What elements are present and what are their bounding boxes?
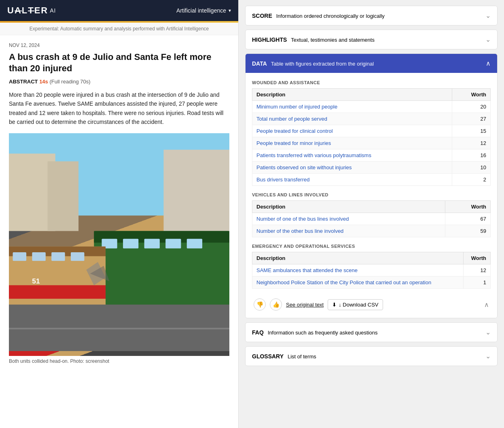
highlights-label: HIGHLIGHTS bbox=[252, 36, 287, 43]
score-accordion-header[interactable]: SCORE Information ordered chronologicall… bbox=[246, 6, 497, 25]
table-cell-description: People treated for clinical control bbox=[252, 125, 452, 137]
table-row: Number of the other bus line involved59 bbox=[252, 225, 491, 237]
highlights-chevron-icon: ⌄ bbox=[485, 36, 491, 43]
faq-chevron-icon: ⌄ bbox=[485, 328, 491, 336]
highlights-accordion-header[interactable]: HIGHLIGHTS Textual, testimonies and stat… bbox=[246, 30, 497, 49]
experimental-text: Experimental: Automatic summary and anal… bbox=[30, 26, 209, 32]
glossary-accordion-header[interactable]: GLOSSARY List of terms ⌄ bbox=[246, 347, 497, 366]
logo: UALTER AI bbox=[7, 5, 56, 16]
score-label: SCORE bbox=[252, 13, 272, 19]
svg-rect-21 bbox=[71, 252, 84, 261]
svg-rect-11 bbox=[144, 238, 160, 248]
table-cell-worth: 16 bbox=[452, 149, 491, 162]
table-cell-description: Minimum number of injured people bbox=[252, 101, 452, 113]
glossary-chevron-icon: ⌄ bbox=[485, 352, 491, 360]
table-row: Bus drivers transferred2 bbox=[252, 174, 491, 186]
vehicles-col-worth: Worth bbox=[445, 201, 491, 213]
score-chevron-icon: ⌄ bbox=[485, 12, 491, 19]
nav-label: Artificial intelligence bbox=[176, 7, 226, 14]
article-image-container: 51 bbox=[9, 133, 229, 356]
thumbup-button[interactable]: 👍 bbox=[270, 298, 282, 311]
table-row: SAME ambulances that attended the scene1… bbox=[252, 264, 491, 277]
download-icon: ⬇ bbox=[332, 302, 337, 308]
table-cell-worth: 2 bbox=[452, 174, 491, 186]
vehicles-table: Description Worth Number of one of the b… bbox=[252, 200, 491, 237]
data-accordion-content: WOUNDED AND ASSISTANCE Description Worth… bbox=[246, 73, 497, 318]
abstract-time-full: (Full reading 70s) bbox=[49, 79, 90, 85]
data-chevron-icon: ∧ bbox=[486, 60, 491, 67]
header-bar: UALTER AI Artificial intelligence ▾ bbox=[0, 0, 238, 21]
svg-text:51: 51 bbox=[32, 277, 40, 285]
faq-accordion-header[interactable]: FAQ Information such as frequently asked… bbox=[246, 323, 497, 342]
table-cell-description: People treated for minor injuries bbox=[252, 137, 452, 149]
data-subtitle: Table with figures extracted from the or… bbox=[271, 61, 374, 67]
glossary-subtitle: List of terms bbox=[288, 353, 316, 360]
table-row: Total number of people served27 bbox=[252, 113, 491, 125]
wounded-col-worth: Worth bbox=[452, 89, 491, 101]
collapse-data-icon[interactable]: ∧ bbox=[484, 301, 489, 309]
glossary-section: GLOSSARY List of terms ⌄ bbox=[245, 346, 498, 366]
left-panel: UALTER AI Artificial intelligence ▾ Expe… bbox=[0, 0, 239, 428]
faq-label: FAQ bbox=[252, 329, 264, 336]
table-cell-description: Total number of people served bbox=[252, 113, 452, 125]
emergency-section-title: EMERGENCY AND OPERATIONAL SERVICES bbox=[252, 244, 491, 249]
svg-rect-3 bbox=[163, 149, 229, 234]
score-section: SCORE Information ordered chronologicall… bbox=[245, 6, 498, 26]
thumbdown-button[interactable]: 👎 bbox=[254, 298, 266, 311]
wounded-col-description: Description bbox=[252, 89, 452, 101]
table-cell-description: Number of the other bus line involved bbox=[252, 225, 445, 237]
table-row: People treated for clinical control15 bbox=[252, 125, 491, 137]
vehicles-col-description: Description bbox=[252, 201, 445, 213]
logo-text: UALTER bbox=[7, 5, 48, 16]
bus-crash-svg: 51 bbox=[9, 133, 229, 356]
table-cell-worth: 20 bbox=[452, 101, 491, 113]
highlights-section: HIGHLIGHTS Textual, testimonies and stat… bbox=[245, 30, 498, 49]
wounded-section-title: WOUNDED AND ASSISTANCE bbox=[252, 80, 491, 85]
nav-chevron-icon: ▾ bbox=[229, 8, 231, 13]
score-subtitle: Information ordered chronologically or l… bbox=[276, 13, 385, 19]
data-section: DATA Table with figures extracted from t… bbox=[245, 53, 498, 318]
download-csv-label: ↓ Download CSV bbox=[339, 302, 378, 308]
table-cell-worth: 67 bbox=[445, 213, 491, 225]
data-label: DATA bbox=[252, 60, 267, 67]
thumbdown-icon: 👎 bbox=[256, 301, 263, 308]
table-row: Minimum number of injured people20 bbox=[252, 101, 491, 113]
emergency-col-worth: Worth bbox=[463, 252, 490, 264]
table-row: Patients observed on site without injuri… bbox=[252, 162, 491, 174]
table-cell-worth: 27 bbox=[452, 113, 491, 125]
bus-crash-image: 51 bbox=[9, 133, 229, 356]
table-cell-description: Bus drivers transferred bbox=[252, 174, 452, 186]
abstract-line: ABSTRACT 14s (Full reading 70s) bbox=[9, 79, 229, 85]
data-accordion-header[interactable]: DATA Table with figures extracted from t… bbox=[246, 54, 497, 73]
table-footer: 👎 👍 See original text ⬇ ↓ Download CSV ∧ bbox=[252, 295, 491, 312]
download-csv-button[interactable]: ⬇ ↓ Download CSV bbox=[328, 299, 383, 310]
svg-rect-10 bbox=[123, 238, 138, 248]
table-cell-description: Patients transferred with various polytr… bbox=[252, 149, 452, 162]
faq-subtitle: Information such as frequently asked que… bbox=[268, 330, 378, 336]
article-text: More than 20 people were injured in a bu… bbox=[9, 90, 229, 127]
table-row: People treated for minor injuries12 bbox=[252, 137, 491, 149]
table-cell-description: Neighborhood Police Station of the City … bbox=[252, 277, 464, 289]
emergency-col-description: Description bbox=[252, 252, 464, 264]
table-row: Patients transferred with various polytr… bbox=[252, 149, 491, 162]
glossary-label: GLOSSARY bbox=[252, 353, 284, 360]
nav-artificial-intelligence[interactable]: Artificial intelligence ▾ bbox=[176, 7, 231, 14]
faq-section: FAQ Information such as frequently asked… bbox=[245, 322, 498, 342]
table-cell-description: Patients observed on site without injuri… bbox=[252, 162, 452, 174]
table-cell-worth: 12 bbox=[463, 264, 490, 277]
table-row: Neighborhood Police Station of the City … bbox=[252, 277, 491, 289]
highlights-subtitle: Textual, testimonies and statements bbox=[291, 37, 375, 43]
table-cell-worth: 12 bbox=[452, 137, 491, 149]
table-cell-description: Number of one of the bus lines involved bbox=[252, 213, 445, 225]
right-panel: SCORE Information ordered chronologicall… bbox=[239, 0, 504, 428]
experimental-notice: Experimental: Automatic summary and anal… bbox=[0, 23, 238, 35]
ai-label: AI bbox=[50, 7, 56, 14]
thumbup-icon: 👍 bbox=[273, 301, 280, 308]
table-cell-description: SAME ambulances that attended the scene bbox=[252, 264, 464, 277]
see-original-text-button[interactable]: See original text bbox=[286, 302, 324, 308]
table-cell-worth: 1 bbox=[463, 277, 490, 289]
table-cell-worth: 10 bbox=[452, 162, 491, 174]
svg-rect-26 bbox=[9, 328, 229, 329]
svg-rect-17 bbox=[9, 298, 106, 304]
table-cell-worth: 59 bbox=[445, 225, 491, 237]
